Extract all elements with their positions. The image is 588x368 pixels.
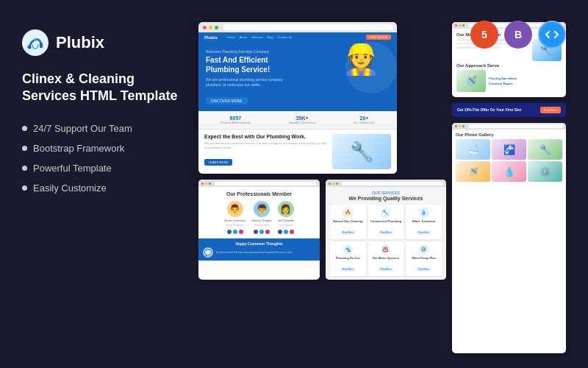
services-grid: 🔥 Natural Gas Cleaning Read More 🔧 Comme…	[330, 205, 442, 276]
preview-stats: 6057 Projects Achievements 35K+ Valuable…	[198, 111, 397, 130]
testimonial-section: Happy Customer Thoughts 💬 Excellent serv…	[198, 238, 320, 261]
bullet-icon	[22, 146, 27, 151]
svg-point-1	[28, 46, 32, 49]
dot-red	[203, 26, 207, 29]
team-content: Our Professionals Member 👨 Simon Grandeu…	[198, 187, 320, 238]
service-card-3: 💧 Water Treatment Read More	[406, 205, 442, 239]
feature-item-2: Bootstrap Framework	[22, 143, 184, 154]
product-tagline: Clinex & Cleaning Services HTML Template	[22, 71, 184, 105]
service-card-2: 🔧 Commercial Plumbing Read More	[368, 205, 404, 239]
gallery-item-3: 🔧	[528, 139, 562, 160]
feature-item-1: 24/7 Support Our Team	[22, 123, 184, 134]
feature-item-4: Easily Customize	[22, 183, 184, 194]
gallery-section: Our Photo Gallery 🛁 🚰 🔧 🚿 💧 ⚙️	[452, 123, 566, 353]
services-browser-bar	[326, 180, 446, 187]
bullet-icon	[22, 166, 27, 171]
bottom-row: Our Professionals Member 👨 Simon Grandeu…	[198, 180, 446, 280]
promo-band: Get 15% Flat Offer On Your First Slot Bo…	[452, 103, 566, 117]
svg-point-0	[22, 29, 49, 56]
bullet-icon	[22, 126, 27, 131]
team-members: 👨 Simon Grandeur Senior Developer	[204, 201, 314, 234]
team-member-3: 👩 Jef Chanelle Lead Designer	[278, 201, 294, 234]
service-card-6: ⚙️ Water Pump Plan Read More	[406, 241, 442, 276]
promo-button[interactable]: Book Now	[540, 107, 561, 113]
dot-yellow	[209, 26, 212, 29]
logo-icon	[22, 29, 49, 56]
right-col: Our Mission & Vision 🔧 Our Approach Serv…	[452, 22, 566, 353]
gallery-content: Our Photo Gallery 🛁 🚰 🔧 🚿 💧 ⚙️	[452, 130, 566, 185]
preview-area: Plubix Home About Services Blog Contact …	[198, 22, 566, 353]
code-badge	[538, 21, 566, 49]
feature-item-3: Powerful Template	[22, 163, 184, 174]
stat-projects: 6057 Projects Achievements	[220, 116, 250, 124]
team-browser-bar	[198, 180, 320, 187]
dot-green	[215, 26, 218, 29]
features-list: 24/7 Support Our Team Bootstrap Framewor…	[22, 123, 184, 194]
product-card: Plubix Clinex & Cleaning Services HTML T…	[0, 0, 588, 368]
logo-row: Plubix	[22, 29, 184, 56]
team-member-2: 👦 Harvey Trapper Strategy Expert	[251, 201, 272, 234]
bullet-icon	[22, 185, 27, 191]
team-avatar-3: 👩	[278, 201, 294, 217]
preview-expect: Expect the Best with Our Plumbing Work. …	[198, 130, 397, 174]
gallery-item-5: 💧	[492, 161, 526, 182]
preview-hero-subtitle: We are professional plumbing service com…	[206, 77, 390, 88]
preview-hero: Welcome Plumbing Services Company Fast A…	[198, 42, 397, 111]
team-member-1: 👨 Simon Grandeur Senior Developer	[224, 201, 245, 234]
service-card-4: 🔩 Plumbing Re-Use Read More	[330, 241, 366, 276]
browser-url-bar	[223, 24, 392, 30]
stat-branches: 20+ No. of Branches	[354, 116, 375, 124]
svg-rect-2	[40, 43, 43, 48]
browser-bar	[198, 22, 397, 32]
services-content: OUR SERVICES We Providing Quality Servic…	[326, 187, 446, 280]
services-preview: OUR SERVICES We Providing Quality Servic…	[326, 180, 446, 280]
service-card-5: ♨️ Hot Water Systems Read More	[368, 241, 404, 276]
gallery-item-4: 🚿	[456, 161, 490, 182]
html5-badge: 5	[470, 21, 498, 49]
team-preview: Our Professionals Member 👨 Simon Grandeu…	[198, 180, 320, 280]
preview-hero-title: Fast And EfficientPlumbing Service!	[206, 55, 390, 74]
tech-badges: 5 B	[470, 21, 566, 49]
gallery-item-6: ⚙️	[528, 161, 562, 182]
bootstrap-badge: B	[504, 21, 532, 49]
service-card-1: 🔥 Natural Gas Cleaning Read More	[330, 205, 366, 239]
left-panel: Plubix Clinex & Cleaning Services HTML T…	[22, 22, 184, 353]
gallery-item-1: 🛁	[456, 139, 490, 160]
preview-cta-button[interactable]: DISCOVER MORE	[206, 97, 248, 105]
team-avatar-2: 👦	[254, 201, 270, 217]
svg-point-3	[34, 38, 37, 41]
main-preview: Plubix Home About Services Blog Contact …	[198, 22, 397, 174]
team-avatar-1: 👨	[227, 201, 243, 217]
gallery-grid: 🛁 🚰 🔧 🚿 💧 ⚙️	[456, 139, 562, 182]
logo-text: Plubix	[56, 33, 104, 52]
gallery-browser-bar	[452, 123, 566, 130]
gallery-item-2: 🚰	[492, 139, 526, 160]
stat-customers: 35K+ Valuable Customers	[289, 116, 315, 124]
